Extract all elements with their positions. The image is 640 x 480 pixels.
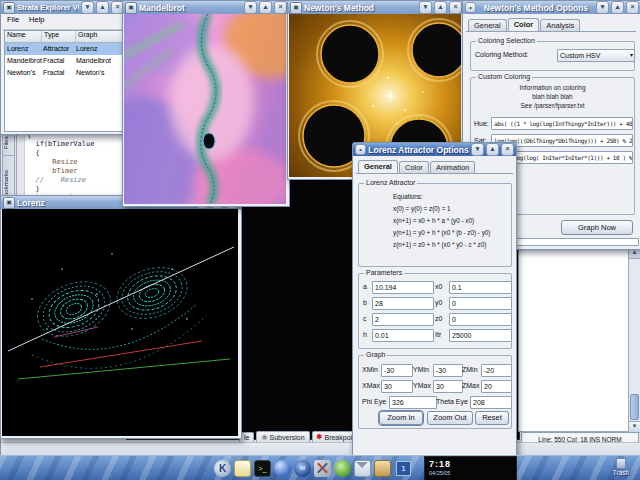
tab-label: General xyxy=(364,162,392,171)
param-c-input[interactable]: 2 xyxy=(372,313,434,326)
table-row-lorenz[interactable]: Lorenz Attractor Lorenz xyxy=(5,43,122,55)
minimize-button[interactable]: ▾ xyxy=(596,1,609,14)
gecko-icon[interactable] xyxy=(334,460,351,477)
param-h-input[interactable]: 0.01 xyxy=(372,329,434,342)
window-menu-icon[interactable]: ▣ xyxy=(290,2,302,14)
newton-title: Newton's Method xyxy=(304,3,417,13)
button-label: Zoom Out xyxy=(433,413,466,422)
tab-general[interactable]: General xyxy=(358,160,398,173)
zmin-input[interactable]: -20 xyxy=(481,364,512,377)
tab-analysis[interactable]: Analysis xyxy=(540,19,580,31)
param-z0-input[interactable]: 0 xyxy=(449,313,512,326)
value: 0 xyxy=(452,316,456,323)
taskbar-window-button[interactable]: 7:18 04/25/05 xyxy=(424,456,517,480)
coloring-method-combobox[interactable]: Custom HSV ▾ xyxy=(557,49,635,62)
window-menu-icon[interactable]: ▣ xyxy=(3,197,15,209)
coloring-selection-group: Coloring Selection Coloring Method: Cust… xyxy=(470,41,635,71)
mandelbrot-fractal-canvas[interactable] xyxy=(124,14,286,204)
param-itr-input[interactable]: 25000 xyxy=(449,329,512,342)
param-b-input[interactable]: 28 xyxy=(372,297,434,310)
column-header-graph[interactable]: Graph xyxy=(76,31,122,42)
menu-file[interactable]: File xyxy=(7,15,19,28)
close-button[interactable]: × xyxy=(274,1,287,14)
close-button[interactable]: × xyxy=(626,1,639,14)
close-button[interactable]: × xyxy=(449,1,462,14)
terminal-icon[interactable]: >_ xyxy=(254,460,271,477)
xmax-input[interactable]: 30 xyxy=(381,380,413,393)
sticky-button[interactable]: • xyxy=(355,144,366,155)
newton-options-titlebar[interactable]: • Newton's Method Options ▾ ▴ × xyxy=(463,1,640,14)
globe-icon[interactable] xyxy=(274,460,291,477)
zmax-input[interactable]: 20 xyxy=(481,380,512,393)
mail-icon[interactable] xyxy=(354,460,371,477)
maximize-button[interactable]: ▴ xyxy=(96,1,109,14)
cell: Fractal xyxy=(41,67,74,79)
tab-label: Color xyxy=(405,163,423,172)
window-menu-icon[interactable]: ▣ xyxy=(3,2,15,14)
close-button[interactable]: × xyxy=(501,143,514,156)
taskbar-clock[interactable]: 7:18 04/25/05 xyxy=(429,459,451,476)
explorer-titlebar[interactable]: ▣ Strata Explorer V0.01 ▾ ▴ × xyxy=(1,1,126,14)
hue-formula-input[interactable]: abs( ((1 * log(log(IntThingy*InIter))) +… xyxy=(491,117,633,130)
tool-tab-subversion[interactable]: ◉ Subversion xyxy=(256,431,309,442)
reset-button[interactable]: Reset xyxy=(475,411,509,425)
window-menu-icon[interactable]: ▣ xyxy=(125,2,137,14)
world-icon[interactable]: M xyxy=(294,460,311,477)
document-scrollbar[interactable]: ▲ ▼ xyxy=(628,247,640,433)
lorenz-plot-canvas[interactable] xyxy=(2,209,238,436)
trash-desktop-icon[interactable]: Trash xyxy=(604,458,638,476)
column-header-name[interactable]: Name xyxy=(5,31,42,42)
maximize-button[interactable]: ▴ xyxy=(486,143,499,156)
mandelbrot-titlebar[interactable]: ▣ Mandelbrot ▾ ▴ × xyxy=(123,1,289,14)
minimize-button[interactable]: ▾ xyxy=(244,1,257,14)
param-a-label: a xyxy=(363,283,367,290)
chevron-down-icon[interactable]: ▾ xyxy=(630,50,633,61)
tab-animation[interactable]: Animation xyxy=(430,161,475,173)
param-z0-label: z0 xyxy=(435,315,442,322)
cell: Lorenz xyxy=(74,43,122,55)
phi-eye-input[interactable]: 326 xyxy=(389,396,437,409)
tab-color[interactable]: Color xyxy=(399,161,429,173)
value: 25000 xyxy=(452,332,471,339)
ymax-input[interactable]: 30 xyxy=(433,380,463,393)
button-label: Graph Now xyxy=(578,223,616,232)
subversion-icon: ◉ xyxy=(261,433,267,441)
maximize-button[interactable]: ▴ xyxy=(611,1,624,14)
param-a-input[interactable]: 10.194 xyxy=(372,281,434,294)
minimize-button[interactable]: ▾ xyxy=(419,1,432,14)
newton-titlebar[interactable]: ▣ Newton's Method ▾ ▴ × xyxy=(288,1,464,14)
minimize-button[interactable]: ▾ xyxy=(81,1,94,14)
value: 326 xyxy=(392,399,404,406)
table-row-newton[interactable]: Newton's ... Fractal Newton's Met... xyxy=(5,67,122,79)
document-panel[interactable]: ▲ ▼ xyxy=(518,246,640,432)
tab-general[interactable]: General xyxy=(468,19,507,31)
tools-icon[interactable] xyxy=(314,460,331,477)
menu-help[interactable]: Help xyxy=(29,15,44,28)
xmin-input[interactable]: -30 xyxy=(381,364,413,377)
envelope-flap xyxy=(356,462,368,468)
value: 0.01 xyxy=(375,332,389,339)
ymin-input[interactable]: -30 xyxy=(433,364,463,377)
notes-icon[interactable] xyxy=(234,460,251,477)
param-x0-input[interactable]: 0.1 xyxy=(449,281,512,294)
column-header-type[interactable]: Type xyxy=(42,31,76,42)
maximize-button[interactable]: ▴ xyxy=(434,1,447,14)
zoom-in-button[interactable]: Zoom In xyxy=(379,411,423,425)
tool-tab-label: le xyxy=(244,434,249,441)
maximize-button[interactable]: ▴ xyxy=(259,1,272,14)
table-row-mandelbrot[interactable]: Mandelbrot Fractal Mandelbrot xyxy=(5,55,122,67)
lorenz-options-titlebar[interactable]: • Lorenz Attractor Options ▾ ▴ × xyxy=(353,143,516,156)
scrollbar-thumb[interactable] xyxy=(630,394,639,420)
k-menu-icon[interactable]: K xyxy=(214,460,231,477)
tab-color[interactable]: Color xyxy=(508,18,540,31)
graph-now-button[interactable]: Graph Now xyxy=(561,220,633,235)
cell: Mandelbrot xyxy=(74,55,122,67)
sticky-button[interactable]: • xyxy=(465,2,476,13)
desktop-pager[interactable]: 1 xyxy=(396,461,411,476)
param-y0-input[interactable]: 0 xyxy=(449,297,512,310)
scroll-down-button[interactable]: ▼ xyxy=(629,421,640,432)
package-icon[interactable] xyxy=(374,460,391,477)
zoom-out-button[interactable]: Zoom Out xyxy=(427,411,473,425)
theta-eye-input[interactable]: 208 xyxy=(470,396,512,409)
minimize-button[interactable]: ▾ xyxy=(471,143,484,156)
